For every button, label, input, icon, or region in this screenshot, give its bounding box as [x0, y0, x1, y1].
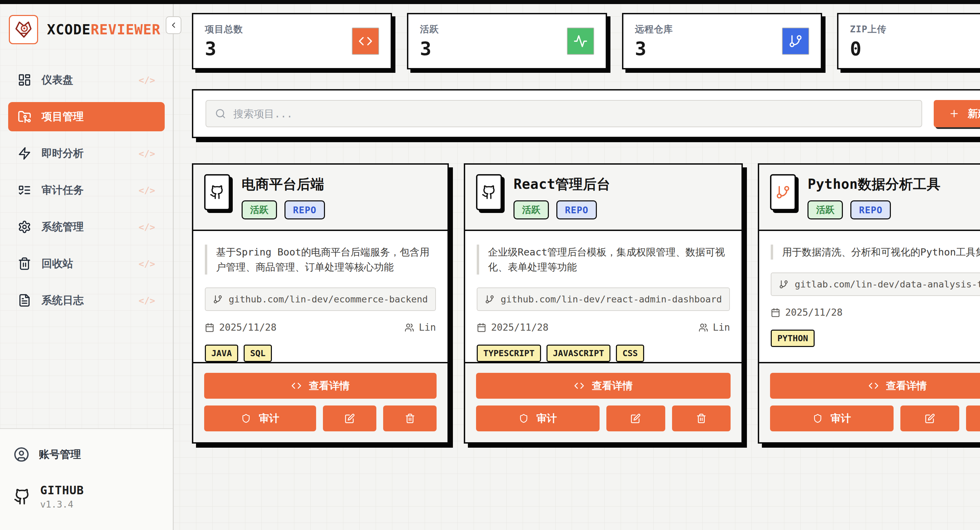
edit-button[interactable] — [900, 406, 959, 432]
project-description: 企业级React管理后台模板，集成权限管理、数据可视化、表单处理等功能 — [477, 244, 730, 275]
repo-url-text: github.com/lin-dev/react-admin-dashboard — [501, 294, 722, 305]
version-label: v1.3.4 — [40, 499, 84, 509]
activity-icon — [567, 27, 594, 55]
account-management[interactable]: 账号管理 — [14, 447, 159, 462]
plus-icon — [949, 108, 959, 119]
sidebar-item-audit-tasks[interactable]: 审计任务 </> — [8, 176, 165, 205]
stat-card-zip-uploads: ZIP上传 0 — [837, 13, 980, 70]
project-card-footer: 查看详情 审计 — [193, 362, 447, 442]
code-decoration: </> — [138, 185, 155, 195]
code-icon — [352, 27, 379, 55]
stat-value: 0 — [850, 37, 887, 60]
project-card-header: React管理后台 活跃 REPO — [465, 165, 741, 231]
stat-card-remote-repos: 远程仓库 3 — [622, 13, 822, 70]
edit-button[interactable] — [606, 406, 665, 432]
language-tag: TYPESCRIPT — [477, 344, 541, 362]
repo-url-text: github.com/lin-dev/ecommerce-backend — [229, 294, 428, 305]
code-icon — [869, 381, 878, 391]
git-branch-icon — [782, 27, 809, 55]
project-card-python-toolkit: Python数据分析工具 活跃 REPO 用于数据清洗、分析和可视化的Pytho… — [758, 163, 980, 444]
repo-type-badge: REPO — [556, 200, 597, 219]
sidebar-item-system-admin[interactable]: 系统管理 </> — [8, 212, 165, 241]
shield-icon — [241, 414, 251, 423]
sidebar-item-label: 项目管理 — [41, 109, 84, 124]
code-decoration: </> — [138, 222, 155, 232]
zap-icon — [18, 147, 31, 160]
stat-label: ZIP上传 — [850, 23, 887, 35]
calendar-icon — [771, 308, 780, 317]
sidebar-item-recycle-bin[interactable]: 回收站 </> — [8, 249, 165, 278]
stat-value: 3 — [420, 37, 439, 60]
stat-value: 3 — [635, 37, 673, 60]
stat-card-total-projects: 项目总数 3 — [192, 13, 392, 70]
user-circle-icon — [14, 447, 29, 462]
language-tag: SQL — [243, 344, 272, 362]
shield-icon — [813, 414, 822, 423]
sidebar-footer: 账号管理 GITHUB v1.3.4 — [0, 428, 173, 530]
account-label: 账号管理 — [39, 447, 81, 462]
sidebar-item-instant-analysis[interactable]: 即时分析 </> — [8, 139, 165, 168]
language-tag: PYTHON — [771, 330, 814, 347]
stat-label: 项目总数 — [205, 23, 243, 35]
sidebar: XCODEREVIEWER 仪表盘 </> 项目管理 即时分析 </> 审计任务… — [0, 0, 173, 530]
new-project-label: 新建项目 — [968, 107, 980, 121]
project-card-footer: 查看详情 审计 — [759, 362, 980, 442]
view-details-button[interactable]: 查看详情 — [770, 373, 980, 399]
delete-button[interactable] — [672, 406, 731, 432]
repo-url: gitlab.com/lin-dev/data-analysis-toolkit — [771, 273, 980, 296]
edit-button[interactable] — [323, 406, 376, 432]
gear-icon — [18, 220, 31, 234]
repo-url: github.com/lin-dev/ecommerce-backend — [205, 287, 436, 311]
git-branch-icon — [485, 295, 495, 304]
edit-icon — [630, 413, 641, 424]
top-black-bar — [0, 0, 980, 4]
stat-label: 远程仓库 — [635, 23, 673, 35]
project-card-react-admin: React管理后台 活跃 REPO 企业级React管理后台模板，集成权限管理、… — [464, 163, 743, 444]
delete-button[interactable] — [383, 406, 437, 432]
github-icon — [14, 488, 30, 505]
view-details-button[interactable]: 查看详情 — [204, 373, 437, 399]
project-description: 基于Spring Boot的电商平台后端服务，包含用户管理、商品管理、订单处理等… — [205, 244, 436, 275]
code-decoration: </> — [138, 259, 155, 269]
trash-icon — [696, 413, 706, 424]
sidebar-collapse-button[interactable] — [166, 16, 181, 34]
owner-text: Lin — [713, 322, 730, 333]
project-title: 电商平台后端 — [242, 175, 325, 194]
repo-type-badge: REPO — [850, 200, 891, 219]
git-branch-icon — [770, 174, 796, 210]
audit-button[interactable]: 审计 — [204, 406, 316, 432]
users-icon — [404, 323, 414, 332]
search-icon — [215, 108, 226, 119]
audit-label: 审计 — [259, 412, 279, 425]
code-icon — [574, 381, 584, 391]
github-icon — [476, 174, 502, 210]
chevron-left-icon — [169, 21, 178, 30]
project-card-body: 基于Spring Boot的电商平台后端服务，包含用户管理、商品管理、订单处理等… — [193, 231, 447, 362]
sidebar-item-label: 审计任务 — [41, 183, 84, 197]
brand-black: XCODE — [47, 21, 91, 38]
view-details-label: 查看详情 — [592, 379, 633, 393]
owner-text: Lin — [419, 322, 436, 333]
search-input[interactable] — [234, 108, 913, 120]
project-owner: Lin — [404, 322, 436, 333]
tag-list: TYPESCRIPT JAVASCRIPT CSS — [477, 344, 730, 362]
github-version: GITHUB v1.3.4 — [14, 483, 159, 509]
view-details-button[interactable]: 查看详情 — [476, 373, 730, 399]
status-badge: 活跃 — [808, 200, 843, 219]
sidebar-item-projects[interactable]: 项目管理 — [8, 102, 165, 131]
language-tag: JAVA — [205, 344, 238, 362]
project-title: Python数据分析工具 — [808, 175, 940, 194]
project-card-header: 电商平台后端 活跃 REPO — [193, 165, 447, 231]
delete-button[interactable] — [966, 406, 980, 432]
sidebar-item-dashboard[interactable]: 仪表盘 </> — [8, 65, 165, 95]
audit-button[interactable]: 审计 — [770, 406, 894, 432]
brand-orange: REVIEWER — [91, 21, 160, 38]
shield-icon — [519, 414, 528, 423]
app-title: XCODEREVIEWER — [47, 21, 161, 38]
repo-type-badge: REPO — [285, 200, 325, 219]
sidebar-item-system-logs[interactable]: 系统日志 </> — [8, 286, 165, 315]
new-project-button[interactable]: 新建项目 — [934, 100, 980, 127]
edit-icon — [925, 413, 935, 424]
audit-button[interactable]: 审计 — [476, 406, 600, 432]
language-tag: JAVASCRIPT — [546, 344, 611, 362]
